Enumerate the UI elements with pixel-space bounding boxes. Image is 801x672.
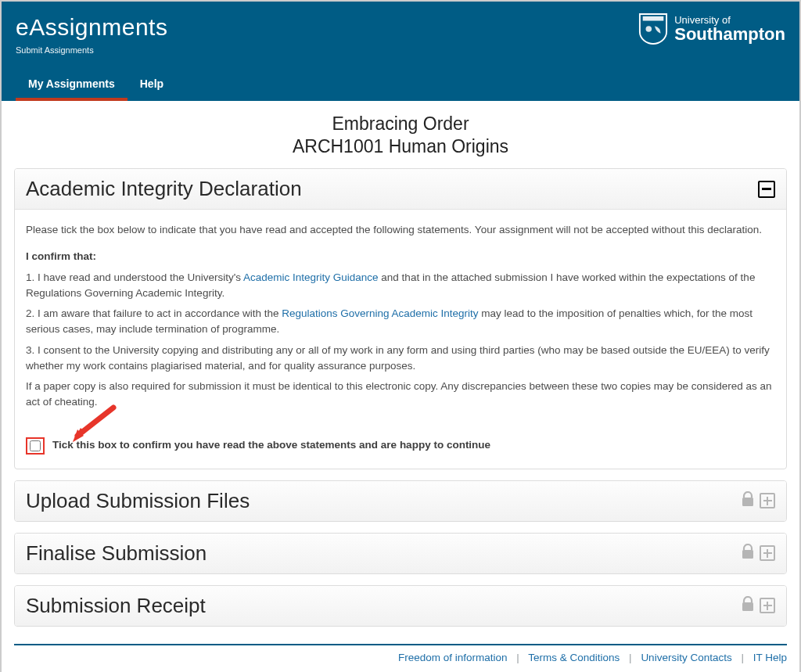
confirm-checkbox[interactable] <box>30 440 41 451</box>
footer-sep: | <box>741 652 744 663</box>
submit-assignments-link[interactable]: Submit Assignments <box>16 45 94 55</box>
site-header: eAssignments Submit Assignments Universi… <box>2 2 799 101</box>
footer-sep: | <box>629 652 632 663</box>
university-logo: University of Southampton <box>638 13 785 45</box>
panel-upload-header[interactable]: Upload Submission Files <box>15 481 786 521</box>
panel-integrity: Academic Integrity Declaration Please ti… <box>14 168 787 469</box>
integrity-paper-note: If a paper copy is also required for sub… <box>26 379 775 411</box>
expand-icon <box>760 598 775 613</box>
integrity-item-2: 2. I am aware that failure to act in acc… <box>26 306 775 338</box>
footer-sep: | <box>516 652 519 663</box>
panel-finalise-title: Finalise Submission <box>26 541 207 566</box>
integrity-item-1: 1. I have read and understood the Univer… <box>26 270 775 302</box>
footer-link-contacts[interactable]: University Contacts <box>641 652 731 663</box>
panel-finalise-header[interactable]: Finalise Submission <box>15 534 786 573</box>
panel-receipt: Submission Receipt <box>14 585 787 627</box>
confirm-checkbox-label[interactable]: Tick this box to confirm you have read t… <box>52 437 490 453</box>
panel-upload: Upload Submission Files <box>14 480 787 522</box>
link-academic-integrity-guidance[interactable]: Academic Integrity Guidance <box>243 271 379 283</box>
footer-link-foi[interactable]: Freedom of information <box>398 652 508 663</box>
collapse-icon <box>758 181 775 198</box>
confirm-row: Tick this box to confirm you have read t… <box>26 437 775 455</box>
footer-link-terms[interactable]: Terms & Conditions <box>528 652 620 663</box>
crest-icon <box>638 13 668 45</box>
footer: Freedom of information | Terms & Conditi… <box>14 644 787 673</box>
tab-my-assignments[interactable]: My Assignments <box>16 70 128 101</box>
expand-icon <box>760 493 775 508</box>
assignment-title: Embracing Order <box>14 113 787 135</box>
confirm-checkbox-highlight <box>26 437 45 455</box>
panel-finalise: Finalise Submission <box>14 533 787 574</box>
expand-icon <box>760 545 775 561</box>
integrity-intro: Please tick the box below to indicate th… <box>26 222 775 238</box>
lock-icon <box>741 491 755 510</box>
svg-rect-0 <box>643 16 664 21</box>
panel-integrity-title: Academic Integrity Declaration <box>26 177 302 201</box>
link-regulations-academic-integrity[interactable]: Regulations Governing Academic Integrity <box>282 307 478 319</box>
panel-upload-title: Upload Submission Files <box>26 489 250 513</box>
svg-rect-2 <box>742 498 753 506</box>
course-code: ARCH1001 Human Origins <box>14 136 787 157</box>
lock-icon <box>741 596 755 615</box>
primary-tabs: My Assignments Help <box>16 70 785 101</box>
panel-integrity-body: Please tick the box below to indicate th… <box>15 210 786 469</box>
university-name: University of Southampton <box>674 15 785 44</box>
panel-integrity-header[interactable]: Academic Integrity Declaration <box>15 169 786 210</box>
integrity-item-3: 3. I consent to the University copying a… <box>26 343 775 375</box>
svg-point-1 <box>646 26 652 32</box>
confirm-heading: I confirm that: <box>26 249 775 264</box>
footer-link-ithelp[interactable]: IT Help <box>753 652 787 663</box>
svg-rect-3 <box>742 550 753 559</box>
lock-icon <box>741 544 755 562</box>
panel-receipt-header[interactable]: Submission Receipt <box>15 586 786 626</box>
svg-rect-4 <box>742 602 753 611</box>
panel-receipt-title: Submission Receipt <box>26 594 206 618</box>
tab-help[interactable]: Help <box>128 70 176 101</box>
